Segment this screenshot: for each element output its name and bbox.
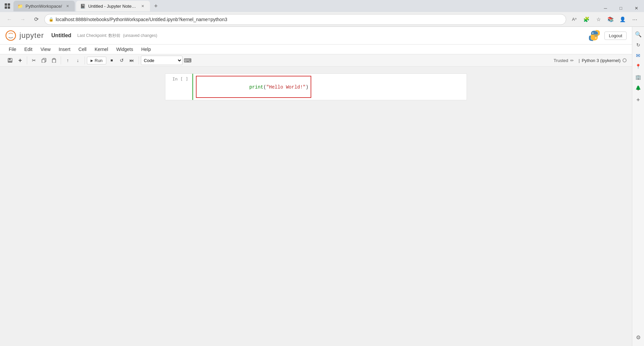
notebook-title[interactable]: Untitled xyxy=(51,33,71,39)
profile-button[interactable]: 👤 xyxy=(617,14,628,25)
tab-workspace-label: PythonWorkspace/ xyxy=(25,4,62,9)
menu-kernel[interactable]: Kernel xyxy=(91,45,111,53)
fast-forward-button[interactable]: ⏭ xyxy=(127,56,137,65)
cell-type-select[interactable]: Code Markdown Raw NBConvert Heading xyxy=(141,56,182,65)
stop-button[interactable]: ■ xyxy=(107,56,116,65)
sidebar-location-button[interactable]: 📍 xyxy=(634,62,643,71)
svg-rect-2 xyxy=(5,6,7,9)
kernel-separator: | xyxy=(579,58,580,63)
collections-button[interactable]: 📚 xyxy=(605,14,616,25)
cell-code-highlight: print("Hello World!") xyxy=(196,76,311,98)
cell-input[interactable]: print("Hello World!") xyxy=(192,74,467,100)
move-down-button[interactable]: ↓ xyxy=(73,56,83,65)
url-bar[interactable]: 🔒 localhost:8888/notebooks/PythonWorkspa… xyxy=(44,14,566,25)
tab-workspace-close[interactable]: ✕ xyxy=(65,3,71,9)
extensions-button[interactable]: 🧩 xyxy=(581,14,592,25)
sidebar-search-button[interactable]: 🔍 xyxy=(634,30,643,39)
trusted-edit-icon[interactable]: ✏ xyxy=(570,58,574,63)
new-tab-button[interactable]: + xyxy=(151,1,161,11)
move-up-button[interactable]: ↑ xyxy=(63,56,72,65)
jupyter-text: jupyter xyxy=(19,31,44,40)
svg-point-5 xyxy=(592,33,594,34)
checkpoint-text: Last Checkpoint: 数秒前 (unsaved changes) xyxy=(77,33,157,39)
cell-code[interactable]: print("Hello World!") xyxy=(199,84,309,96)
tab-notebook-close[interactable]: ✕ xyxy=(140,3,146,9)
svg-rect-3 xyxy=(8,6,10,9)
sidebar-add-button[interactable]: + xyxy=(634,95,643,105)
menu-bar: File Edit View Insert Cell Kernel Widget… xyxy=(0,45,632,54)
paste-button[interactable] xyxy=(49,56,59,65)
add-cell-button[interactable]: + xyxy=(15,56,25,65)
menu-view[interactable]: View xyxy=(37,45,54,53)
jupyter-logo-area: jupyter Untitled Last Checkpoint: 数秒前 (u… xyxy=(5,30,157,41)
svg-rect-9 xyxy=(8,61,12,62)
sidebar-office-button[interactable]: 🏢 xyxy=(634,72,643,82)
kernel-info: | Python 3 (ipykernel) xyxy=(579,58,627,63)
logout-button[interactable]: Logout xyxy=(604,32,627,40)
svg-rect-8 xyxy=(9,58,11,60)
copy-button[interactable] xyxy=(39,56,49,65)
cell-row: In [ ] print("Hello World!") xyxy=(165,74,467,100)
reload-button[interactable]: ⟳ xyxy=(31,14,42,25)
favorites-button[interactable]: ☆ xyxy=(593,14,604,25)
toolbar: + ✂ xyxy=(0,54,632,67)
back-button[interactable]: ← xyxy=(4,14,15,25)
save-button[interactable] xyxy=(5,56,15,65)
address-bar: ← → ⟳ 🔒 localhost:8888/notebooks/PythonW… xyxy=(0,12,644,27)
tab-bar: 📁 PythonWorkspace/ ✕ 📓 Untitled - Jupyte… xyxy=(0,0,644,12)
sidebar-mail-button[interactable]: ✉ xyxy=(634,51,643,60)
keyboard-shortcuts-button[interactable]: ⌨ xyxy=(183,56,193,65)
tab-notebook-favicon: 📓 xyxy=(80,4,86,9)
right-sidebar: 🔍 ↻ ✉ 📍 🏢 🌲 + ⚙ xyxy=(632,27,644,346)
forward-button[interactable]: → xyxy=(17,14,28,25)
sidebar-settings-button[interactable]: ⚙ xyxy=(634,334,643,343)
window-controls: ─ □ ✕ xyxy=(598,3,644,13)
menu-help[interactable]: Help xyxy=(138,45,154,53)
menu-cell[interactable]: Cell xyxy=(75,45,90,53)
tab-notebook-label: Untitled - Jupyter Notebook xyxy=(88,4,137,9)
reader-mode-button[interactable]: Aᵃ xyxy=(569,14,580,25)
kernel-status-dot xyxy=(623,58,627,62)
restart-button[interactable]: ↺ xyxy=(117,56,126,65)
cut-button[interactable]: ✂ xyxy=(29,56,39,65)
close-button[interactable]: ✕ xyxy=(629,3,644,13)
lock-icon: 🔒 xyxy=(49,17,54,22)
toolbar-sep-4 xyxy=(139,56,139,64)
sidebar-refresh-button[interactable]: ↻ xyxy=(634,40,643,50)
run-button[interactable]: ▶ Run xyxy=(87,57,106,64)
code-cell[interactable]: In [ ] print("Hello World!") xyxy=(165,73,467,100)
svg-rect-11 xyxy=(42,59,45,63)
maximize-button[interactable]: □ xyxy=(613,3,629,13)
menu-file[interactable]: File xyxy=(5,45,20,53)
toolbar-sep-1 xyxy=(27,56,27,64)
svg-rect-0 xyxy=(5,3,7,6)
tab-notebook[interactable]: 📓 Untitled - Jupyter Notebook ✕ xyxy=(76,1,150,11)
kernel-label: Python 3 (ipykernel) xyxy=(582,58,621,63)
sidebar-tree-button[interactable]: 🌲 xyxy=(634,83,643,93)
trusted-area: Trusted ✏ xyxy=(553,58,574,63)
minimize-button[interactable]: ─ xyxy=(598,3,613,13)
notebook-main: jupyter Untitled Last Checkpoint: 数秒前 (u… xyxy=(0,27,632,346)
svg-rect-12 xyxy=(52,59,56,63)
code-paren-close: ) xyxy=(306,84,308,90)
tab-workspace-favicon: 📁 xyxy=(17,4,23,9)
svg-point-6 xyxy=(595,37,597,39)
menu-edit[interactable]: Edit xyxy=(21,45,36,53)
svg-point-4 xyxy=(6,31,16,41)
tab-workspace[interactable]: 📁 PythonWorkspace/ ✕ xyxy=(13,1,75,11)
toolbar-sep-3 xyxy=(85,56,85,64)
svg-rect-13 xyxy=(53,58,55,59)
cell-prompt: In [ ] xyxy=(165,74,192,84)
menu-insert[interactable]: Insert xyxy=(55,45,74,53)
run-label: Run xyxy=(95,58,103,63)
python-logo-icon xyxy=(588,30,600,42)
menu-widgets[interactable]: Widgets xyxy=(113,45,137,53)
svg-rect-1 xyxy=(8,3,10,6)
run-icon: ▶ xyxy=(91,59,93,62)
jupyter-header-right: Logout xyxy=(588,30,627,42)
browser-action-buttons: Aᵃ 🧩 ☆ 📚 👤 ⋯ xyxy=(569,14,640,25)
url-text: localhost:8888/notebooks/PythonWorkspace… xyxy=(56,17,227,22)
more-button[interactable]: ⋯ xyxy=(629,14,640,25)
notebook-body[interactable]: In [ ] print("Hello World!") xyxy=(0,67,632,346)
tab-grid-button[interactable] xyxy=(3,1,12,11)
